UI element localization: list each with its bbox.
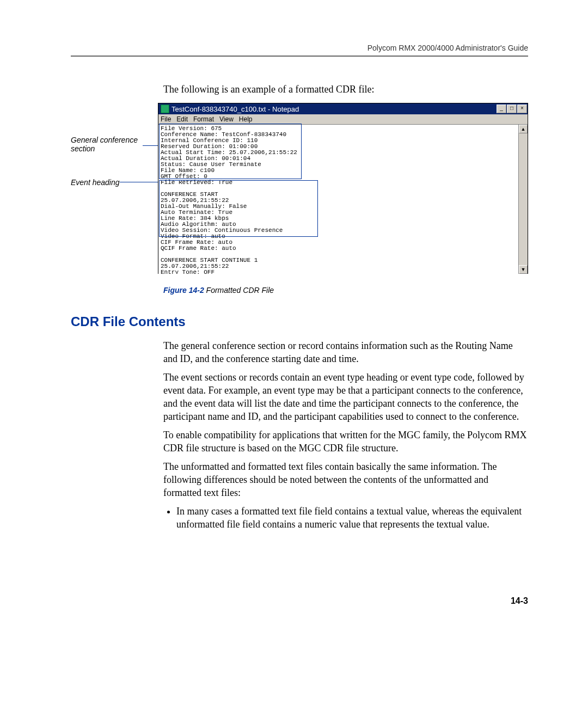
paragraph: The event sections or records contain an…: [163, 371, 528, 423]
menu-help[interactable]: Help: [239, 115, 253, 123]
notepad-text-content[interactable]: File Version: 675 Conference Name: TestC…: [158, 125, 528, 274]
paragraph: The unformatted and formatted text files…: [163, 460, 528, 499]
label-general-conf: General conference section: [71, 136, 147, 153]
page-header: Polycom RMX 2000/4000 Administrator's Gu…: [71, 44, 528, 52]
menu-format[interactable]: Format: [193, 115, 214, 123]
figure-caption: Figure 14-2 Formatted CDR File: [163, 286, 528, 295]
paragraph: To enable compatibility for applications…: [163, 428, 528, 455]
figure-caption-text: Formatted CDR File: [204, 286, 274, 295]
connector-line: [120, 182, 159, 182]
scroll-down-button[interactable]: ▼: [519, 265, 528, 274]
intro-paragraph: The following is an example of a formatt…: [163, 84, 528, 95]
body-text: The general conference section or record…: [163, 339, 528, 531]
close-button[interactable]: ×: [517, 105, 527, 113]
scroll-up-button[interactable]: ▲: [519, 125, 528, 133]
menubar: File Edit Format View Help: [158, 114, 528, 125]
menu-file[interactable]: File: [161, 115, 171, 123]
window-title: TestConf-838343740_c100.txt - Notepad: [171, 105, 497, 113]
vertical-scrollbar[interactable]: ▲ ▼: [518, 125, 528, 274]
maximize-button[interactable]: □: [507, 105, 517, 113]
menu-view[interactable]: View: [219, 115, 234, 123]
notepad-app-icon: [161, 105, 169, 113]
notepad-window: TestConf-838343740_c100.txt - Notepad _ …: [158, 103, 528, 274]
figure-number: Figure 14-2: [163, 286, 204, 295]
page-number: 14-3: [71, 596, 528, 606]
paragraph: The general conference section or record…: [163, 339, 528, 365]
section-heading: CDR File Contents: [71, 314, 528, 329]
header-rule: [71, 56, 528, 57]
connector-line: [143, 145, 159, 146]
menu-edit[interactable]: Edit: [176, 115, 188, 123]
label-event-heading: Event heading: [71, 178, 120, 187]
bullet-item: In many cases a formatted text file fiel…: [176, 505, 528, 531]
titlebar: TestConf-838343740_c100.txt - Notepad _ …: [158, 103, 528, 114]
minimize-button[interactable]: _: [497, 105, 506, 113]
figure-14-2: General conference section Event heading…: [71, 103, 528, 277]
